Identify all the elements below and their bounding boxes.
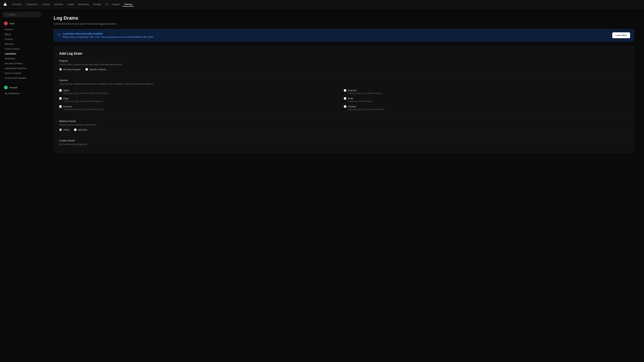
radio-specific-projects[interactable]: Specific Projects bbox=[85, 68, 106, 71]
radio-all-projects-label: All Team Projects bbox=[63, 68, 81, 71]
divider-3 bbox=[59, 136, 628, 136]
page-title: Log Drains bbox=[54, 15, 634, 21]
nav-activity[interactable]: Activity bbox=[41, 2, 51, 6]
nav-overview[interactable]: Overview bbox=[11, 2, 24, 6]
nav-ai[interactable]: AI bbox=[104, 2, 109, 6]
banner-description: Billing starts on September 19th, 2024. … bbox=[63, 36, 154, 38]
source-external: External External rewrites to a differen… bbox=[344, 87, 628, 95]
source-firewall: Firewall Requests rejected by the Vercel… bbox=[344, 104, 628, 112]
source-edge: Edge Output from Edge Functions like Mid… bbox=[59, 95, 344, 104]
custom-secret-section: Custom Secret Set custom secret (Optiona… bbox=[59, 139, 628, 145]
sources-description: Logs from the selected sources will be f… bbox=[59, 83, 628, 85]
source-build-label: Build bbox=[348, 97, 353, 100]
svg-line-1 bbox=[6, 15, 7, 15]
source-static-checkbox[interactable] bbox=[59, 89, 62, 92]
radio-json-label: JSON bbox=[63, 129, 69, 131]
delivery-format-radio-group: JSON NDJSON bbox=[59, 128, 628, 131]
projects-radio-group: All Team Projects Specific Projects bbox=[59, 68, 628, 71]
source-function: Function Output from Vercel Functions li… bbox=[59, 104, 344, 112]
nav-monitoring[interactable]: Monitoring bbox=[76, 2, 90, 6]
divider-1 bbox=[59, 75, 628, 76]
nav-storage[interactable]: Storage bbox=[92, 2, 103, 6]
nav-support[interactable]: Support bbox=[110, 2, 122, 6]
radio-ndjson-label: NDJSON bbox=[78, 129, 88, 131]
source-edge-desc: Output from Edge Functions like Middlewa… bbox=[59, 100, 344, 103]
form-title: Add Log Drain bbox=[59, 52, 628, 55]
nav-integrations[interactable]: Integrations bbox=[24, 2, 40, 6]
source-firewall-checkbox[interactable] bbox=[344, 105, 346, 108]
radio-specific-projects-input[interactable] bbox=[85, 68, 88, 71]
sources-label: Sources bbox=[59, 79, 628, 82]
nav-usage[interactable]: Usage bbox=[66, 2, 76, 6]
topnav: Overview Integrations Activity Domains U… bbox=[0, 0, 644, 9]
account-label: Account bbox=[10, 86, 17, 89]
source-static: Static Requests to static assets like HT… bbox=[59, 87, 344, 95]
sidebar-account-section: Account My Notifications bbox=[3, 85, 41, 96]
form-card: Add Log Drain Projects Choose which proj… bbox=[54, 46, 634, 153]
search-input[interactable] bbox=[8, 13, 38, 16]
info-banner: ⓘ Log Drains Now Generally Available Bil… bbox=[54, 29, 634, 41]
radio-all-projects-input[interactable] bbox=[59, 68, 62, 71]
projects-label: Projects bbox=[59, 59, 628, 62]
nav-settings[interactable]: Settings bbox=[122, 2, 134, 6]
sources-field-group: Sources Logs from the selected sources w… bbox=[59, 79, 628, 112]
delivery-format-description: Format log data should be delivered in. bbox=[59, 123, 628, 126]
search-bar[interactable] bbox=[3, 12, 41, 17]
sidebar-item-billing[interactable]: Billing bbox=[3, 32, 41, 37]
radio-json-input[interactable] bbox=[59, 128, 62, 131]
sidebar-divider bbox=[3, 82, 41, 83]
radio-ndjson-input[interactable] bbox=[74, 128, 77, 131]
sidebar-team-section: Team General Billing Invoices Members Ac… bbox=[3, 21, 41, 80]
source-function-desc: Output from Vercel Functions like API Ro… bbox=[59, 108, 344, 111]
account-avatar bbox=[4, 86, 8, 89]
sidebar-item-deployment-protection[interactable]: Deployment Protection bbox=[3, 66, 41, 71]
info-icon: ⓘ bbox=[58, 33, 60, 37]
logo[interactable] bbox=[3, 2, 8, 6]
team-label: Team bbox=[10, 22, 15, 25]
learn-more-button[interactable]: Learn More bbox=[612, 32, 630, 38]
source-function-label: Function bbox=[64, 105, 72, 108]
custom-secret-description: Set custom secret (Optional). bbox=[59, 143, 628, 145]
main-content: Log Drains Collect and forward your logs… bbox=[44, 9, 644, 362]
source-external-desc: External rewrites to a different domain bbox=[344, 92, 628, 94]
radio-specific-projects-label: Specific Projects bbox=[90, 68, 106, 71]
sidebar-item-security-privacy[interactable]: Security & Privacy bbox=[3, 61, 41, 66]
sidebar-item-log-drains[interactable]: Log Drains bbox=[3, 51, 41, 56]
page-subtitle: Collect and forward your logs to third-p… bbox=[54, 22, 634, 25]
sidebar-item-env-variables[interactable]: Environment Variables bbox=[3, 76, 41, 80]
sidebar-item-members[interactable]: Members bbox=[3, 41, 41, 46]
source-function-checkbox[interactable] bbox=[59, 105, 62, 108]
info-banner-left: ⓘ Log Drains Now Generally Available Bil… bbox=[58, 32, 154, 38]
source-external-checkbox[interactable] bbox=[344, 89, 346, 92]
sidebar-item-notifications[interactable]: My Notifications bbox=[3, 91, 41, 96]
source-firewall-label: Firewall bbox=[348, 105, 356, 108]
source-build-checkbox[interactable] bbox=[344, 97, 346, 100]
banner-title: Log Drains Now Generally Available bbox=[63, 32, 154, 35]
source-build-desc: Output from the Build Step bbox=[344, 100, 628, 103]
projects-description: Choose which projects should send logs t… bbox=[59, 63, 628, 66]
custom-secret-label: Custom Secret bbox=[59, 139, 628, 142]
nav-domains[interactable]: Domains bbox=[52, 2, 64, 6]
sidebar-item-invoices[interactable]: Invoices bbox=[3, 37, 41, 41]
radio-json[interactable]: JSON bbox=[59, 128, 69, 131]
search-icon bbox=[5, 13, 7, 16]
radio-ndjson[interactable]: NDJSON bbox=[74, 128, 88, 131]
sources-checkbox-grid: Static Requests to static assets like HT… bbox=[59, 87, 628, 112]
source-external-label: External bbox=[348, 89, 356, 92]
team-header[interactable]: Team bbox=[3, 21, 41, 26]
sidebar-item-secure-compute[interactable]: Secure Compute bbox=[3, 71, 41, 76]
source-static-desc: Requests to static assets like HTML and … bbox=[59, 92, 344, 94]
delivery-format-label: Delivery Format bbox=[59, 120, 628, 122]
account-header[interactable]: Account bbox=[3, 85, 41, 90]
source-edge-checkbox[interactable] bbox=[59, 97, 62, 100]
radio-all-projects[interactable]: All Team Projects bbox=[59, 68, 81, 71]
sidebar-item-general[interactable]: General bbox=[3, 27, 41, 32]
team-avatar bbox=[4, 22, 8, 25]
source-build: Build Output from the Build Step bbox=[344, 95, 628, 104]
source-static-label: Static bbox=[64, 89, 69, 92]
sidebar-item-access-groups[interactable]: Access Groups bbox=[3, 46, 41, 51]
sidebar-item-webhooks[interactable]: Webhooks bbox=[3, 56, 41, 61]
delivery-format-section: Delivery Format Format log data should b… bbox=[59, 120, 628, 131]
sidebar: Team General Billing Invoices Members Ac… bbox=[0, 9, 44, 362]
projects-field-group: Projects Choose which projects should se… bbox=[59, 59, 628, 71]
